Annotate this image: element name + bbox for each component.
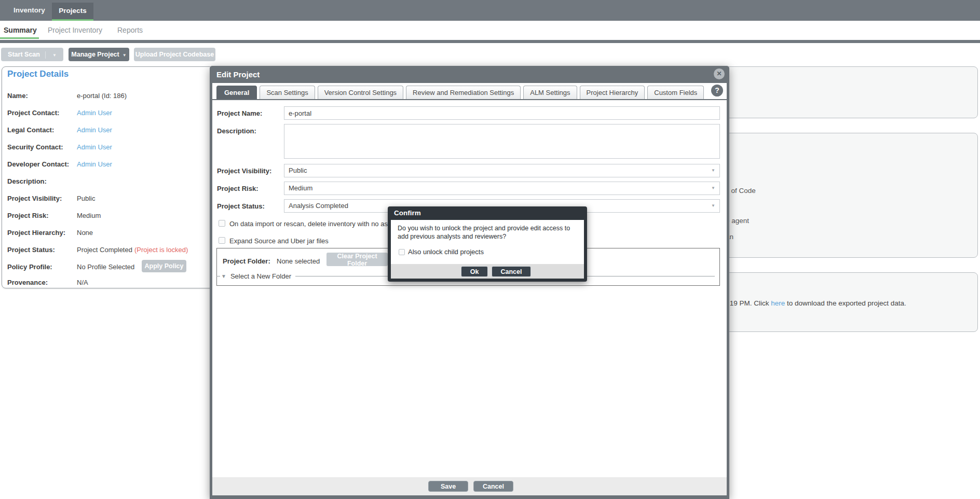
delete-inventory-checkbox[interactable]: [219, 220, 225, 227]
tab-custom-fields[interactable]: Custom Fields: [647, 86, 704, 99]
manage-project-label: Manage Project: [71, 51, 119, 58]
triangle-down-icon[interactable]: ▼: [221, 273, 226, 279]
edit-project-modal-title: Edit Project: [216, 70, 260, 79]
select-new-folder-label: Select a New Folder: [230, 272, 291, 280]
save-button[interactable]: Save: [428, 481, 468, 492]
risk-label: Project Risk:: [7, 212, 48, 219]
legal-contact-label: Legal Contact:: [7, 126, 54, 134]
legend-dash: [216, 276, 220, 276]
chevron-down-icon: ▼: [711, 169, 715, 173]
policy-profile-value: No Profile Selected: [77, 263, 134, 271]
project-visibility-select[interactable]: Public ▼: [284, 164, 720, 177]
application-window: Inventory Projects Summary Project Inven…: [0, 0, 980, 499]
tab-version-control-settings[interactable]: Version Control Settings: [318, 86, 403, 99]
provenance-value: N/A: [77, 279, 88, 286]
confirm-dialog: Confirm Do you wish to unlock the projec…: [388, 206, 587, 282]
hierarchy-value: None: [77, 229, 93, 237]
clear-project-folder-button[interactable]: Clear Project Folder: [326, 253, 388, 266]
confirm-message: Do you wish to unlock the project and pr…: [398, 224, 578, 241]
project-locked-note: (Project is locked): [134, 246, 188, 254]
visibility-value: Public: [77, 195, 95, 202]
policy-profile-label: Policy Profile:: [7, 263, 52, 271]
chevron-down-icon: ▼: [122, 53, 127, 58]
tab-project-hierarchy[interactable]: Project Hierarchy: [580, 86, 645, 99]
start-scan-label: Start Scan: [8, 51, 40, 58]
delete-inventory-checkbox-label: On data import or rescan, delete invento…: [229, 220, 391, 228]
name-label: Name:: [7, 92, 28, 100]
project-name-input[interactable]: [284, 106, 720, 120]
chevron-down-icon: ▼: [711, 204, 715, 208]
status-text: Project Completed: [77, 246, 132, 254]
modal-cancel-button[interactable]: Cancel: [473, 481, 513, 492]
project-status-value: Analysis Completed: [289, 202, 348, 210]
project-contact-label: Project Contact:: [7, 109, 59, 117]
project-status-label: Project Status:: [217, 202, 265, 210]
subnav-tab-project-inventory[interactable]: Project Inventory: [48, 21, 102, 40]
upload-codebase-button[interactable]: Upload Project Codebase: [134, 48, 215, 61]
confirm-dialog-title: Confirm: [394, 209, 421, 217]
tab-general[interactable]: General: [216, 86, 257, 99]
expand-source-checkbox[interactable]: [219, 237, 225, 244]
tab-review-remediation-settings[interactable]: Review and Remediation Settings: [406, 86, 521, 99]
split-divider: [45, 51, 46, 59]
upload-codebase-label: Upload Project Codebase: [135, 51, 214, 58]
unlock-child-projects-label: Also unlock child projects: [408, 248, 484, 256]
sub-navbar: Summary Project Inventory Reports: [0, 21, 980, 40]
top-navbar: Inventory Projects: [0, 0, 980, 21]
project-visibility-value: Public: [289, 167, 307, 174]
project-risk-label: Project Risk:: [217, 185, 258, 192]
developer-contact-label: Developer Contact:: [7, 160, 69, 168]
subnav-divider: [0, 40, 980, 43]
project-folder-value: None selected: [277, 257, 320, 265]
security-contact-label: Security Contact:: [7, 143, 63, 151]
status-label: Project Status:: [7, 246, 55, 254]
project-details-title: Project Details: [7, 69, 69, 79]
legal-contact-link[interactable]: Admin User: [77, 126, 112, 134]
project-name-label: Project Name:: [217, 109, 262, 117]
description-textarea[interactable]: [284, 124, 720, 159]
nav-tab-inventory[interactable]: Inventory: [6, 0, 52, 21]
description-label: Description:: [7, 177, 47, 185]
project-folder-label: Project Folder:: [223, 257, 270, 265]
name-value: e-portal (Id: 186): [77, 92, 127, 100]
manage-project-button[interactable]: Manage Project▼: [69, 48, 129, 61]
unlock-child-projects-checkbox[interactable]: [399, 249, 405, 255]
developer-contact-link[interactable]: Admin User: [77, 160, 112, 168]
hierarchy-label: Project Hierarchy:: [7, 229, 65, 237]
confirm-dialog-body: Do you wish to unlock the project and pr…: [391, 220, 584, 264]
summary-active-underline: [0, 37, 39, 39]
visibility-label: Project Visibility:: [7, 195, 62, 202]
status-value: Project Completed(Project is locked): [77, 246, 188, 254]
provenance-label: Provenance:: [7, 279, 48, 286]
export-prefix: :19 PM. Click: [728, 299, 771, 307]
description-field-label: Description:: [217, 127, 256, 135]
project-risk-value: Medium: [289, 184, 312, 192]
ok-button[interactable]: Ok: [461, 266, 488, 277]
help-icon[interactable]: ?: [711, 85, 723, 96]
download-export-link[interactable]: here: [771, 299, 785, 307]
confirm-cancel-button[interactable]: Cancel: [492, 266, 531, 277]
close-icon[interactable]: ✕: [714, 68, 725, 79]
edit-project-tabstrip: General Scan Settings Version Control Se…: [212, 85, 727, 100]
project-risk-select[interactable]: Medium ▼: [284, 182, 720, 195]
chevron-down-icon: ▼: [52, 53, 57, 58]
subnav-tab-reports[interactable]: Reports: [117, 21, 143, 40]
project-contact-link[interactable]: Admin User: [77, 109, 112, 117]
risk-value: Medium: [77, 212, 101, 219]
apply-policy-button[interactable]: Apply Policy: [142, 260, 186, 272]
chevron-down-icon: ▼: [711, 186, 715, 190]
background-text-fragment: s of Code: [726, 187, 756, 195]
nav-tab-projects[interactable]: Projects: [52, 3, 93, 21]
export-status-line: :19 PM. Click here to download the expor…: [728, 299, 906, 307]
tab-alm-settings[interactable]: ALM Settings: [523, 86, 577, 99]
security-contact-link[interactable]: Admin User: [77, 143, 112, 151]
confirm-footer: Ok Cancel: [391, 264, 584, 279]
project-visibility-label: Project Visibility:: [217, 167, 271, 175]
export-suffix: to download the exported project data.: [785, 299, 906, 307]
start-scan-button[interactable]: Start Scan▼: [1, 48, 63, 61]
expand-source-checkbox-label: Expand Source and Uber jar files: [229, 237, 329, 245]
tab-scan-settings[interactable]: Scan Settings: [260, 86, 315, 99]
